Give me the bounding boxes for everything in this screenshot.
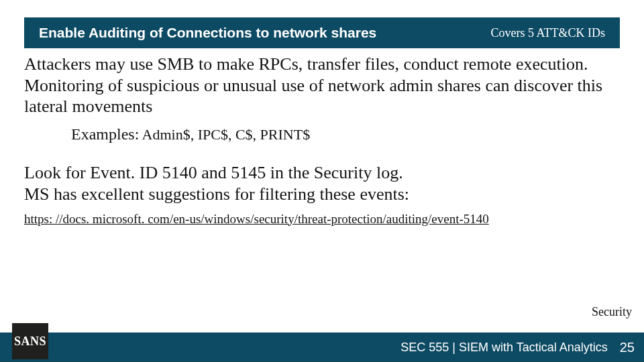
paragraph-eventid: Look for Event. ID 5140 and 5145 in the … — [24, 162, 620, 204]
security-label: Security — [592, 305, 632, 319]
slide: Enable Auditing of Connections to networ… — [0, 0, 644, 362]
sans-logo: SANS — [12, 323, 48, 359]
paragraph-intro: Attackers may use SMB to make RPCs, tran… — [24, 54, 620, 117]
body-area: Attackers may use SMB to make RPCs, tran… — [24, 54, 620, 227]
course-code: SEC 555 | SIEM with Tactical Analytics — [400, 341, 607, 355]
para2-line-a: Look for Event. ID 5140 and 5145 in the … — [24, 163, 403, 182]
slide-title: Enable Auditing of Connections to networ… — [39, 25, 376, 41]
page-number: 25 — [620, 340, 635, 355]
examples-label: Examples: — [71, 125, 139, 143]
title-bar: Enable Auditing of Connections to networ… — [24, 17, 620, 48]
examples-line: Examples: Admin$, IPC$, C$, PRINT$ — [71, 125, 620, 143]
para2-line-b: MS has excellent suggestions for filteri… — [24, 184, 409, 204]
footer-bar: SEC 555 | SIEM with Tactical Analytics 2… — [0, 333, 644, 362]
docs-link[interactable]: https: //docs. microsoft. com/en-us/wind… — [24, 212, 489, 226]
examples-items: Admin$, IPC$, C$, PRINT$ — [139, 126, 310, 143]
attack-badge: Covers 5 ATT&CK IDs — [491, 26, 606, 40]
sans-logo-text: SANS — [14, 335, 46, 349]
